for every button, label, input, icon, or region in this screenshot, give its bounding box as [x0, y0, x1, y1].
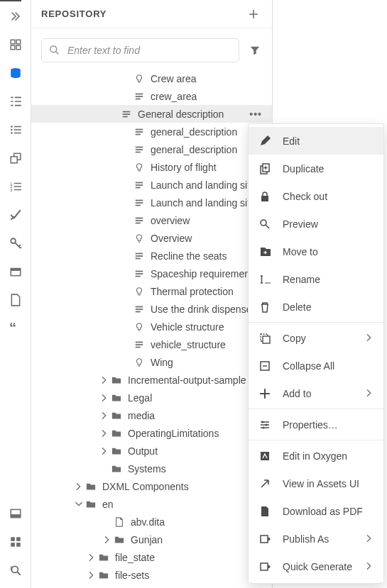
rail-apps-icon[interactable] [0, 530, 31, 554]
tree-row[interactable]: Systems [31, 460, 272, 477]
chevron-right-icon[interactable] [99, 376, 109, 384]
menu-item-edit-in-oxygen[interactable]: Edit in Oxygen [249, 442, 383, 470]
bulb-icon [132, 287, 146, 296]
tree-row[interactable]: General description••• [31, 105, 272, 123]
menu-item-label: Move to [283, 246, 374, 257]
chevron-right-icon[interactable] [87, 553, 97, 562]
chevron-right-icon[interactable] [99, 394, 109, 402]
rail-quote-icon[interactable] [0, 316, 31, 340]
tree-row[interactable]: Incremental-output-sample [31, 371, 272, 389]
menu-item-label: Add to [283, 388, 354, 399]
rail-grid-icon[interactable] [0, 33, 31, 57]
bulb-icon [132, 322, 146, 332]
bulb-icon [132, 357, 146, 367]
tree-row[interactable]: overview [31, 211, 272, 229]
add-button[interactable] [245, 6, 262, 23]
rail-card-icon[interactable] [0, 260, 31, 284]
tree-row[interactable]: Launch and landing site [31, 194, 272, 211]
chevron-right-icon[interactable] [99, 447, 109, 455]
tree-row[interactable]: Launch and landing site [31, 176, 272, 194]
chevron-right-icon [365, 533, 374, 545]
tree-row[interactable]: OperatingLimitations [31, 424, 272, 442]
menu-item-download-as-pdf[interactable]: Download as PDF [249, 497, 383, 525]
rail-list-icon[interactable] [0, 118, 31, 142]
menu-item-copy[interactable]: Copy [249, 324, 383, 352]
repository-tree[interactable]: Crew areacrew_areaGeneral description•••… [31, 70, 272, 588]
more-button[interactable]: ••• [245, 109, 266, 120]
menu-item-publish-as[interactable]: Publish As [249, 525, 383, 553]
filter-button[interactable] [246, 42, 263, 59]
tree-row[interactable]: Use the drink dispenser [31, 300, 272, 318]
generate-icon [258, 560, 271, 573]
menu-item-rename[interactable]: Rename [249, 265, 383, 293]
rail-numlist-icon[interactable] [0, 174, 31, 199]
menu-item-properties[interactable]: Properties… [249, 411, 383, 438]
tree-row[interactable]: Overview [31, 229, 272, 247]
chevron-down-icon[interactable] [74, 500, 84, 509]
tree-row[interactable]: Output [31, 442, 272, 460]
menu-item-move-to[interactable]: Move to [249, 238, 383, 265]
tree-row[interactable]: Wing [31, 353, 272, 371]
rail-check-icon[interactable] [0, 203, 31, 227]
tree-row[interactable]: Gunjan [31, 531, 272, 548]
duplicate-icon [258, 162, 271, 175]
chevron-right-icon[interactable] [99, 411, 109, 420]
chevron-right-icon [365, 333, 374, 344]
tree-row[interactable]: general_description [31, 140, 272, 158]
menu-item-add-to[interactable]: Add to [249, 379, 383, 407]
tree-row[interactable]: en [31, 495, 272, 513]
rail-find-icon[interactable] [0, 558, 31, 582]
edit-icon [258, 135, 271, 148]
tree-row[interactable]: Vehicle structure [31, 318, 272, 335]
topic-icon [132, 180, 146, 190]
search-input[interactable] [67, 45, 231, 56]
tree-row[interactable]: vehicle_structure [31, 335, 272, 353]
menu-item-collapse-all[interactable]: Collapse All [249, 352, 383, 379]
topic-icon [132, 304, 146, 314]
tree-row[interactable]: History of flight [31, 158, 272, 176]
menu-item-quick-generate[interactable]: Quick Generate [249, 553, 383, 580]
tree-row[interactable]: crew_area [31, 87, 272, 105]
rail-expand-icon[interactable] [0, 4, 31, 28]
menu-item-label: Publish As [283, 533, 354, 545]
chevron-right-icon [365, 561, 374, 572]
menu-item-label: View in Assets UI [283, 478, 374, 489]
tree-row[interactable]: file_state [31, 548, 272, 566]
tree-row[interactable]: general_description [31, 123, 272, 140]
search-box[interactable] [41, 38, 239, 62]
tree-row[interactable]: media [31, 406, 272, 424]
chevron-right-icon[interactable] [99, 429, 109, 438]
tree-row[interactable]: file-sets [31, 566, 272, 584]
menu-item-delete[interactable]: Delete [249, 293, 383, 321]
left-rail [0, 0, 31, 588]
folder-icon [84, 482, 98, 492]
menu-item-preview[interactable]: Preview [249, 210, 383, 238]
rail-reuse-icon[interactable] [0, 146, 31, 170]
bulb-icon [132, 162, 146, 172]
rail-outline-icon[interactable] [0, 89, 31, 113]
menu-item-check-out[interactable]: Check out [249, 182, 383, 210]
chevron-right-icon[interactable] [74, 482, 84, 491]
rail-key-icon[interactable] [0, 231, 31, 255]
tree-item-label: General description [133, 109, 245, 120]
copy-icon [258, 332, 271, 345]
menu-separator [249, 440, 383, 440]
menu-separator [249, 322, 383, 323]
menu-item-edit[interactable]: Edit [249, 127, 383, 155]
tree-row[interactable]: Crew area [31, 70, 272, 87]
tree-row[interactable]: Legal [31, 389, 272, 406]
tree-row[interactable]: abv.dita [31, 513, 272, 531]
chevron-right-icon[interactable] [102, 536, 112, 544]
menu-item-duplicate[interactable]: Duplicate [249, 155, 383, 182]
rail-doc-icon[interactable] [0, 288, 31, 312]
rail-panel-icon[interactable] [0, 501, 31, 526]
tree-row[interactable]: Thermal protection [31, 282, 272, 300]
chevron-right-icon[interactable] [87, 571, 97, 579]
rail-repository-icon[interactable] [0, 61, 31, 85]
tree-row[interactable]: DXML Components [31, 477, 272, 495]
tree-row[interactable]: Recline the seats [31, 247, 272, 265]
menu-item-view-in-assets-ui[interactable]: View in Assets UI [249, 470, 383, 497]
tree-row[interactable]: Spaceship requirements [31, 265, 272, 282]
delete-icon [258, 301, 271, 314]
panel-header: REPOSITORY [31, 0, 272, 28]
